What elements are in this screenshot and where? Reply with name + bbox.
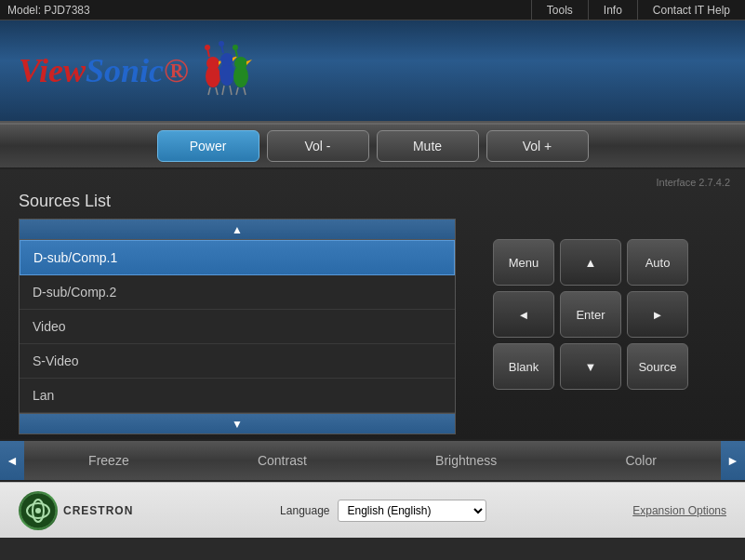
right-chevron-icon: ► xyxy=(726,453,739,468)
language-select[interactable]: English (English)EspañolFrançaisDeutsch中… xyxy=(338,500,486,522)
source-item-0[interactable]: D-sub/Comp.1 xyxy=(20,240,455,275)
main-content: Interface 2.7.4.2 Sources List ▲ D-sub/C… xyxy=(0,169,745,439)
svg-point-24 xyxy=(35,508,41,513)
source-item-1[interactable]: D-sub/Comp.2 xyxy=(20,275,455,310)
quick-color[interactable]: Color xyxy=(606,441,674,480)
quick-bar-items: Freeze Contrast Brightness Color xyxy=(24,441,721,480)
crestron-label: CRESTRON xyxy=(63,504,133,517)
sources-title: Sources List xyxy=(19,192,726,211)
blank-button[interactable]: Blank xyxy=(493,343,554,390)
control-bar: Power Vol - Mute Vol + xyxy=(0,123,745,169)
menu-button[interactable]: Menu xyxy=(493,239,554,286)
left-button[interactable]: ◄ xyxy=(493,291,554,338)
top-bar: Model: PJD7383 Tools Info Contact IT Hel… xyxy=(0,0,745,20)
mute-button[interactable]: Mute xyxy=(377,130,479,162)
logo-birds-icon xyxy=(196,41,257,101)
control-pad: Menu ▲ Auto ◄ Enter ► Blank ▼ Source xyxy=(493,239,688,434)
scroll-up-button[interactable]: ▲ xyxy=(20,220,455,240)
language-label: Language xyxy=(280,504,329,517)
quick-brightness[interactable]: Brightness xyxy=(417,441,515,480)
svg-line-20 xyxy=(244,87,246,95)
power-button[interactable]: Power xyxy=(157,130,259,162)
quick-contrast[interactable]: Contrast xyxy=(239,441,326,480)
svg-line-17 xyxy=(222,86,224,95)
vol-down-button[interactable]: Vol - xyxy=(267,130,369,162)
source-button[interactable]: Source xyxy=(627,343,688,390)
quick-freeze[interactable]: Freeze xyxy=(70,441,148,480)
source-item-3[interactable]: S-Video xyxy=(20,344,455,379)
svg-line-19 xyxy=(236,87,238,95)
nav-contact[interactable]: Contact IT Help xyxy=(637,0,745,20)
source-item-4[interactable]: Lan xyxy=(20,379,455,413)
crestron-icon xyxy=(19,491,58,530)
down-arrow-icon: ▼ xyxy=(232,418,243,431)
up-arrow-icon: ▲ xyxy=(232,223,243,236)
source-item-2[interactable]: Video xyxy=(20,310,455,344)
language-area: Language English (English)EspañolFrançai… xyxy=(133,500,632,522)
right-button[interactable]: ► xyxy=(627,291,688,338)
logo-text: ViewSonic® xyxy=(19,51,189,90)
crestron-logo: CRESTRON xyxy=(19,491,133,530)
nav-info[interactable]: Info xyxy=(588,0,637,20)
svg-line-16 xyxy=(216,87,218,95)
svg-point-14 xyxy=(233,45,238,50)
down-button[interactable]: ▼ xyxy=(560,343,621,390)
quick-bar-right-button[interactable]: ► xyxy=(721,441,745,480)
auto-button[interactable]: Auto xyxy=(627,239,688,286)
sources-panel: ▲ D-sub/Comp.1 D-sub/Comp.2 Video S-Vide… xyxy=(19,219,456,434)
vol-up-button[interactable]: Vol + xyxy=(486,130,589,162)
nav-tools[interactable]: Tools xyxy=(531,0,588,20)
quick-bar-left-button[interactable]: ◄ xyxy=(0,441,24,480)
quick-bar: ◄ Freeze Contrast Brightness Color ► xyxy=(0,439,745,482)
top-nav: Tools Info Contact IT Help xyxy=(531,0,745,20)
model-label: Model: PJD7383 xyxy=(0,4,531,17)
svg-line-18 xyxy=(230,86,232,95)
expansion-options-link[interactable]: Expansion Options xyxy=(632,504,726,517)
left-chevron-icon: ◄ xyxy=(6,453,19,468)
header: ViewSonic® xyxy=(0,20,745,123)
scroll-down-button[interactable]: ▼ xyxy=(20,413,455,433)
interface-version: Interface 2.7.4.2 xyxy=(657,177,731,188)
svg-point-11 xyxy=(234,57,247,70)
up-button[interactable]: ▲ xyxy=(560,239,621,286)
svg-point-4 xyxy=(205,45,210,50)
svg-line-15 xyxy=(208,87,210,95)
svg-point-6 xyxy=(220,53,233,66)
enter-button[interactable]: Enter xyxy=(560,291,621,338)
svg-point-9 xyxy=(219,41,224,47)
logo-area: ViewSonic® xyxy=(19,41,257,101)
svg-point-1 xyxy=(206,57,220,70)
svg-marker-12 xyxy=(246,60,252,65)
footer: CRESTRON Language English (English)Españ… xyxy=(0,482,745,538)
